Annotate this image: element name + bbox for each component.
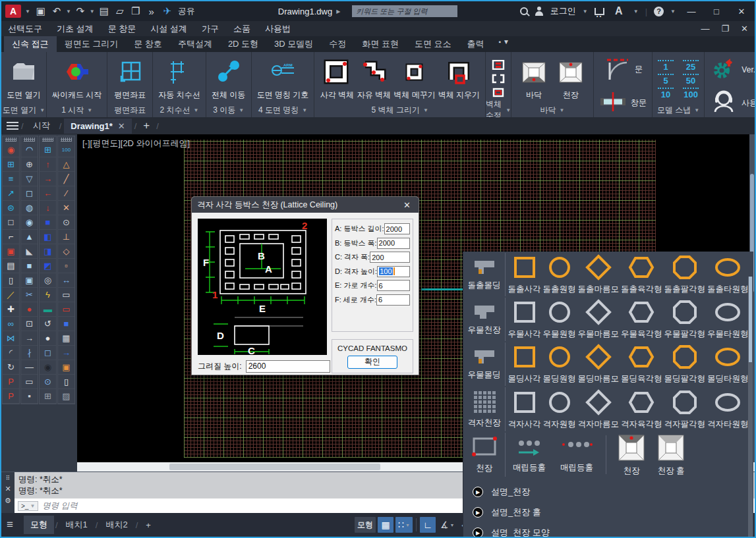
wallstack3-icon[interactable] bbox=[491, 88, 506, 99]
ribbon-tab[interactable]: 2D 도형 bbox=[220, 36, 266, 52]
legend-item[interactable]: ▶설명_천장 홀 bbox=[473, 506, 753, 518]
doc-minimize-button[interactable]: — bbox=[701, 24, 709, 34]
tab-start[interactable]: 시작 bbox=[26, 117, 57, 134]
gallery-item[interactable]: 격자사각 bbox=[508, 389, 541, 430]
ribbon-group-footer[interactable]: 벽체수정▼ bbox=[486, 104, 511, 117]
layout-tab-배치1[interactable]: 배치1 bbox=[59, 516, 94, 534]
gallery-item[interactable]: 돌출원형 bbox=[543, 254, 576, 295]
ribbon-group-footer[interactable]: 4 도면 명칭▼ bbox=[252, 104, 314, 117]
ribbon-group-footer[interactable]: 5 벽체 그리기▼ bbox=[314, 104, 485, 117]
gallery-item[interactable]: 돌출마름모 bbox=[578, 254, 620, 295]
ribbon-button-floor[interactable]: 바닥 bbox=[517, 59, 551, 101]
plan-grid2-icon[interactable]: ⊞ bbox=[40, 143, 56, 157]
wall-delete-icon[interactable]: ▣ bbox=[3, 244, 19, 259]
auto-dim-icon[interactable]: ≡ bbox=[3, 172, 19, 186]
legend-item[interactable]: ▶설명_천장 bbox=[473, 486, 753, 498]
ribbon-button-windowic[interactable]: 창문 bbox=[599, 88, 647, 117]
gallery-category[interactable]: 돌출몰딩 bbox=[463, 253, 506, 296]
layout-tab-모형[interactable]: 모형 bbox=[24, 516, 54, 534]
close-button[interactable]: ✕ bbox=[732, 7, 751, 16]
redo-icon[interactable]: ↷ bbox=[74, 5, 87, 17]
ribbon-button-gear2026[interactable]: Ver. 2026 bbox=[710, 55, 755, 84]
zoom-window-icon[interactable]: ◎ bbox=[40, 273, 56, 288]
new-tab-button[interactable]: + bbox=[139, 119, 154, 132]
polar-tracking-button[interactable]: ∡▼ bbox=[438, 517, 457, 533]
menu-item[interactable]: 시설 설계 bbox=[150, 23, 187, 35]
gallery-item[interactable]: 몰딩타원형 bbox=[707, 344, 749, 385]
maximize-button[interactable]: □ bbox=[707, 7, 726, 16]
redo-icon-dropdown[interactable]: ▼ bbox=[90, 9, 95, 14]
wmf-export-icon[interactable]: → bbox=[58, 346, 74, 360]
export-cube-icon[interactable]: ◻ bbox=[40, 346, 56, 360]
cylinder-icon[interactable]: ⊙ bbox=[40, 375, 56, 389]
command-customize-wrench-icon[interactable]: ⚙ bbox=[5, 497, 11, 505]
polygon-icon[interactable]: ▽ bbox=[21, 172, 38, 186]
gallery-item[interactable]: 격자팔각형 bbox=[664, 389, 706, 430]
minimize-button[interactable]: — bbox=[682, 7, 701, 16]
gallery-item[interactable]: 몰딩팔각형 bbox=[664, 344, 706, 385]
solid-cube-icon[interactable]: ■ bbox=[40, 215, 56, 230]
ribbon-group-footer[interactable]: 모델 스냅▼ bbox=[653, 104, 704, 117]
toolbar-grip[interactable] bbox=[24, 138, 35, 142]
command-grip-icon[interactable]: ⠿ bbox=[6, 475, 11, 481]
dim-icon[interactable]: ▭ bbox=[58, 288, 74, 302]
gallery-item[interactable]: 우물사각 bbox=[508, 299, 541, 340]
wedge-icon[interactable]: ◣ bbox=[21, 244, 38, 259]
face-top-icon[interactable]: ◩ bbox=[40, 259, 56, 273]
toolbar-grip[interactable] bbox=[5, 138, 16, 142]
gallery-item[interactable]: 돌출사각 bbox=[508, 254, 541, 295]
gallery-item[interactable]: 돌출타원형 bbox=[707, 254, 749, 295]
pedit-icon[interactable]: P bbox=[3, 375, 19, 389]
capture-icon[interactable]: ▣ bbox=[58, 360, 74, 375]
face-left-icon[interactable]: ◧ bbox=[40, 230, 56, 244]
ribbon-button-folder[interactable]: 도면 열기 bbox=[7, 59, 41, 101]
gallery-scrollbar[interactable] bbox=[748, 277, 753, 538]
gallery-item[interactable]: 우물마름모 bbox=[578, 299, 620, 340]
erase-pencil-icon[interactable]: ／ bbox=[3, 288, 19, 302]
snap-value-button[interactable]: 25 bbox=[683, 60, 699, 72]
share-label[interactable]: 공유 bbox=[178, 5, 195, 17]
snap-value-button[interactable]: 50 bbox=[683, 74, 699, 86]
snap-cross-icon[interactable]: ✕ bbox=[58, 201, 74, 215]
search-expand-icon[interactable]: ▶ bbox=[336, 9, 340, 14]
ribbon-group-footer[interactable]: 2 치수선▼ bbox=[153, 104, 205, 117]
plot-icon[interactable]: ▤ bbox=[98, 5, 111, 17]
wall-raise-icon[interactable]: ↑ bbox=[40, 157, 56, 172]
gallery-item[interactable]: 우물타원형 bbox=[707, 299, 749, 340]
camera-icon[interactable]: ◉ bbox=[40, 360, 56, 375]
render-icon[interactable]: ▨ bbox=[58, 389, 74, 404]
field-input[interactable]: 100 bbox=[377, 266, 410, 277]
field-input[interactable]: 200 bbox=[370, 252, 410, 263]
gallery-category[interactable]: 우물천장 bbox=[463, 298, 506, 341]
ok-button[interactable]: 확인 bbox=[347, 356, 397, 369]
snap-mode-button[interactable]: ∷▼ bbox=[395, 517, 413, 533]
snap-center-icon[interactable]: ⊙ bbox=[58, 215, 74, 230]
ribbon-button-moveall[interactable]: 전체 이동 bbox=[212, 59, 246, 101]
menu-item[interactable]: 사용법 bbox=[265, 23, 291, 35]
gallery-item[interactable]: 우물팔각형 bbox=[664, 299, 706, 340]
quick-dim-icon[interactable]: ϟ bbox=[40, 288, 56, 302]
face-right-icon[interactable]: ◨ bbox=[40, 244, 56, 259]
wall-open-icon[interactable]: ▯ bbox=[3, 273, 19, 288]
login-dropdown-icon[interactable]: ▼ bbox=[583, 9, 588, 14]
snap-quad-icon[interactable]: ◇ bbox=[58, 244, 74, 259]
cube-stack-icon[interactable]: ▣ bbox=[21, 273, 38, 288]
ribbon-tab[interactable]: 3D 모델링 bbox=[266, 36, 321, 52]
ribbon-tab[interactable]: 화면 표현 bbox=[354, 36, 407, 52]
ribbon-tab[interactable]: 수정 bbox=[321, 36, 354, 52]
ceiling-strip-icon[interactable]: ▬ bbox=[40, 302, 56, 317]
help-dropdown-icon[interactable]: ▼ bbox=[670, 9, 676, 14]
file-tabs-menu-icon[interactable] bbox=[7, 122, 18, 130]
toolbar-grip[interactable] bbox=[42, 138, 53, 142]
snap-value-button[interactable]: 100 bbox=[683, 88, 699, 99]
help-icon[interactable]: ? bbox=[654, 7, 664, 16]
gallery-category[interactable]: 격자천장 bbox=[463, 387, 506, 431]
wall-fill-icon[interactable]: ▤ bbox=[3, 259, 19, 273]
snap-scale-icon[interactable]: 100 bbox=[58, 143, 74, 157]
wall-rect-icon[interactable]: □ bbox=[3, 215, 19, 230]
command-prompt-button[interactable]: >_▼ bbox=[18, 501, 38, 511]
link-copy-icon[interactable]: ⊞ bbox=[40, 389, 56, 404]
open-folder-icon[interactable]: ▱ bbox=[113, 5, 127, 17]
field-input[interactable]: 2000 bbox=[384, 223, 410, 234]
gallery-item[interactable]: 몰딩육각형 bbox=[621, 344, 662, 385]
